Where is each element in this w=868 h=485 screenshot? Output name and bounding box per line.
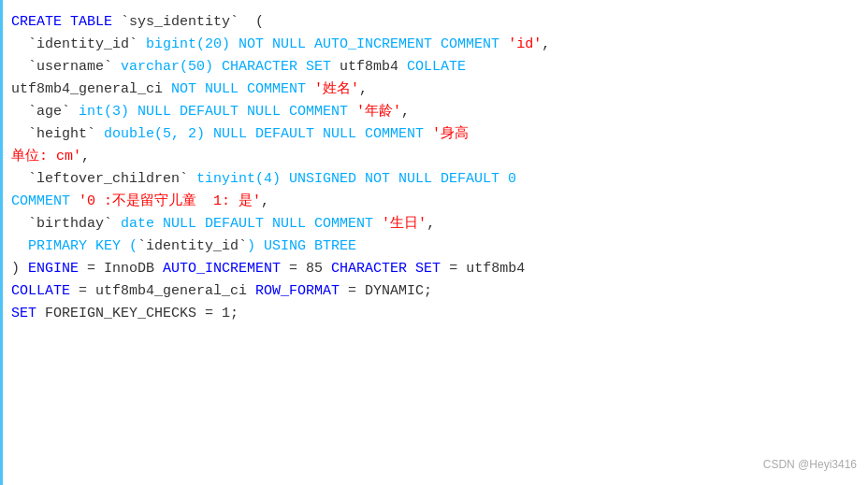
- code-line: `identity_id` bigint(20) NOT NULL AUTO_I…: [11, 34, 857, 56]
- code-token: ,: [261, 193, 269, 209]
- code-line: ) ENGINE = InnoDB AUTO_INCREMENT = 85 CH…: [11, 258, 857, 280]
- code-token: tinyint(4) UNSIGNED NOT NULL DEFAULT 0: [196, 171, 516, 187]
- code-token: = InnoDB: [87, 261, 163, 277]
- code-token: utf8mb4: [340, 59, 407, 75]
- watermark: CSDN @Heyi3416: [763, 456, 857, 474]
- code-token: COMMENT: [289, 104, 356, 120]
- code-token: ,: [401, 104, 410, 120]
- code-line: SET FOREIGN_KEY_CHECKS = 1;: [11, 303, 857, 325]
- code-token: COMMENT: [11, 193, 79, 209]
- code-token: '身高: [432, 126, 469, 142]
- code-token: AUTO_INCREMENT: [163, 261, 289, 277]
- code-line: `birthday` date NULL DEFAULT NULL COMMEN…: [11, 213, 857, 235]
- code-token: `birthday`: [11, 216, 121, 232]
- code-line: `leftover_children` tinyint(4) UNSIGNED …: [11, 168, 857, 191]
- code-token: utf8mb4_general_ci: [11, 81, 171, 97]
- code-token: ROW_FORMAT: [255, 283, 348, 299]
- code-token: NOT NULL: [171, 81, 247, 97]
- left-border: [0, 0, 3, 485]
- code-token: date NULL DEFAULT NULL: [121, 216, 314, 232]
- code-token: COMMENT: [314, 216, 382, 232]
- code-token: = utf8mb4: [449, 261, 525, 277]
- code-token: COMMENT: [365, 126, 432, 142]
- code-token: ,: [542, 36, 550, 52]
- code-token: varchar(50) CHARACTER SET: [121, 59, 340, 75]
- code-token: FOREIGN_KEY_CHECKS: [45, 306, 205, 321]
- code-token: SET: [11, 306, 45, 321]
- code-token: COMMENT: [247, 81, 314, 97]
- code-token: COLLATE: [407, 59, 466, 75]
- code-token: `username`: [11, 59, 121, 75]
- code-token: bigint(20) NOT NULL AUTO_INCREMENT: [146, 36, 441, 52]
- code-token: ) USING BTREE: [247, 238, 356, 254]
- code-token: 'id': [508, 36, 542, 52]
- code-token: `identity_id`: [11, 36, 146, 52]
- code-token: = 85: [289, 261, 331, 277]
- code-line: PRIMARY KEY (`identity_id`) USING BTREE: [11, 235, 857, 258]
- code-token: '生日': [382, 216, 427, 232]
- code-token: CREATE TABLE: [11, 14, 121, 30]
- code-token: 单位: cm': [11, 149, 81, 164]
- code-line: COMMENT '0 :不是留守儿童 1: 是',: [11, 191, 857, 213]
- code-token: `height`: [11, 126, 104, 142]
- code-line: `username` varchar(50) CHARACTER SET utf…: [11, 56, 857, 78]
- code-token: `leftover_children`: [11, 171, 196, 187]
- code-token: '年龄': [356, 104, 401, 120]
- code-token: = DYNAMIC;: [348, 283, 432, 299]
- code-token: double(5, 2) NULL DEFAULT NULL: [104, 126, 365, 142]
- code-token: int(3) NULL DEFAULT NULL: [79, 104, 289, 120]
- code-token: COLLATE: [11, 283, 79, 299]
- code-token: ,: [359, 81, 368, 97]
- code-token: COMMENT: [441, 36, 508, 52]
- code-token: ): [11, 261, 28, 277]
- code-token: '0 :不是留守儿童 1: 是': [79, 193, 261, 209]
- code-token: '姓名': [314, 81, 359, 97]
- code-content: CREATE TABLE `sys_identity` ( `identity_…: [0, 7, 868, 329]
- code-token: ,: [427, 216, 435, 232]
- code-line: 单位: cm',: [11, 146, 857, 168]
- code-token: ,: [81, 149, 90, 164]
- code-line: CREATE TABLE `sys_identity` (: [11, 11, 857, 34]
- code-token: `sys_identity` (: [121, 14, 264, 30]
- code-token: = utf8mb4_general_ci: [79, 283, 255, 299]
- code-token: `identity_id`: [137, 238, 247, 254]
- code-token: CHARACTER SET: [331, 261, 449, 277]
- code-line: `height` double(5, 2) NULL DEFAULT NULL …: [11, 123, 857, 146]
- code-token: = 1;: [205, 306, 239, 321]
- code-token: ENGINE: [28, 261, 87, 277]
- code-token: `age`: [11, 104, 79, 120]
- code-token: PRIMARY KEY (: [11, 238, 137, 254]
- code-line: utf8mb4_general_ci NOT NULL COMMENT '姓名'…: [11, 78, 857, 101]
- code-line: COLLATE = utf8mb4_general_ci ROW_FORMAT …: [11, 280, 857, 303]
- code-line: `age` int(3) NULL DEFAULT NULL COMMENT '…: [11, 101, 857, 123]
